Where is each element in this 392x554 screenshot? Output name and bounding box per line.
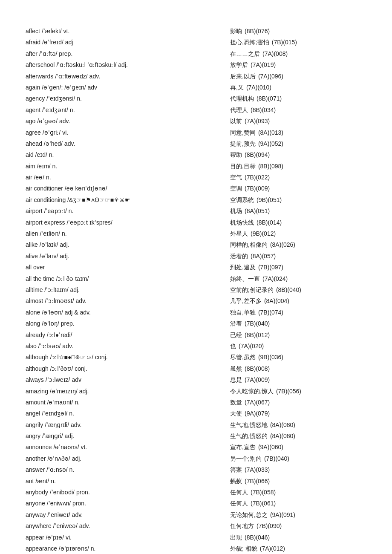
meaning-en: 天使 (230, 409, 242, 418)
word: alien (26, 230, 38, 237)
entry-left: alien /ˈeɪliən/ n. (26, 229, 230, 238)
meaning-en: 令人吃惊的,惊人 (230, 387, 274, 396)
pos: adv. (62, 343, 73, 349)
entry-right: 空前的;创记录的(8B)(040) (230, 285, 366, 294)
entry-left: again /əˈɡen/; /əˈɡeɪn/ adv (26, 83, 230, 92)
pos: adv (88, 84, 98, 91)
entry-right: 到处,遍及(7B)(097) (230, 263, 366, 272)
entry-left: agency /ˈeɪdʒənsi/ n. (26, 94, 230, 103)
phonetic: /əˈlaɪk/ (40, 241, 58, 248)
code: (7A)(012) (260, 544, 285, 553)
entry-right: 代理人(8B)(034) (230, 105, 366, 115)
entry-left: all over (26, 263, 230, 272)
word: anyone (26, 500, 45, 507)
code: (7B)(061) (251, 499, 276, 508)
entry-right: 空调系统(9B)(051) (230, 195, 366, 205)
meaning-en: 几乎,差不多 (230, 296, 262, 306)
dictionary-entry: ant /ænt/ n. 蚂蚁(7B)(066) (26, 476, 366, 487)
meaning-zh: 代理人 (230, 105, 248, 115)
dictionary-entry: angrily /ˈæŋɡrɪli/ adv. 生气地,愤怒地(8A)(080) (26, 419, 366, 430)
word: all the time (26, 275, 55, 282)
dictionary-entry: although /ɔːlˈðəʊ/ conj. 虽然(8B)(008) (26, 363, 366, 374)
word: although (26, 365, 49, 372)
dictionary-entry: anywhere /ˈeniweə/ adv. 任何地方(7B)(090) (26, 520, 366, 531)
pos: n. (77, 95, 82, 102)
word: air (26, 174, 32, 181)
code: (9B)(051) (257, 195, 282, 205)
entry-right: 生气地,愤怒地(8A)(080) (230, 420, 366, 430)
pos: n. (62, 230, 67, 237)
word: already (26, 332, 45, 338)
dictionary-entry: agree /əˈɡriː/ vi. 同意,赞同(8A)(013) (26, 127, 366, 138)
word: afterschool (26, 61, 55, 68)
pos: adj. (79, 388, 89, 395)
entry-left: appear /əˈpɪə/ vi. (26, 533, 230, 542)
word: almost (26, 297, 43, 304)
word: anyway (26, 511, 46, 518)
code: (7B)(074) (258, 308, 283, 317)
meaning-en: 沿着 (230, 319, 242, 328)
entry-left: aim /eɪm/ n. (26, 162, 230, 171)
phonetic: /ˈeniwʌn/ (47, 500, 71, 507)
dictionary-entry: anyway /ˈeniweɪ/ adv. 无论如何,总之(9A)(091) (26, 509, 366, 520)
code: (8B)(040) (276, 285, 301, 294)
pos: adj. (65, 433, 75, 439)
pos: adv. (79, 522, 90, 529)
phonetic: /ˈɔːlməʊst/ (45, 297, 74, 304)
phonetic: /ˈeɪdʒənsi/ (46, 95, 75, 102)
code: (8A)(051) (245, 206, 270, 216)
entry-left: alike /əˈlaɪk/ adj. (26, 240, 230, 249)
dictionary-entry: appear /əˈpɪə/ vi. 出现(8B)(046) (26, 532, 366, 543)
word: anywhere (26, 522, 52, 529)
meaning-en: 蚂蚁 (230, 476, 242, 486)
meaning-en: 放学后 (230, 60, 248, 69)
meaning-en: 出现 (230, 533, 242, 542)
code: (7B)(009) (245, 184, 270, 193)
entry-left: aid /eɪd/ n. (26, 150, 230, 159)
phonetic: /ˈɔːltaɪm/ (44, 286, 68, 293)
meaning-zh: 担心,恐怖;害怕 (230, 38, 269, 47)
code: (7B)(040) (264, 454, 289, 463)
dictionary-entry: afterwards /ˈɑːftəwədz/ adv. 后来,以后(7A)(0… (26, 71, 366, 82)
phonetic: /ˈeɪliən/ (40, 230, 60, 237)
dictionary-entry: agent /ˈeɪdʒənt/ n. 代理人(8B)(034) (26, 104, 366, 115)
entry-left: all the time /ɔːl ðə taɪm/ (26, 274, 230, 283)
phonetic: /ænt/ (35, 478, 49, 485)
entry-right: 也(7A)(020) (230, 341, 366, 351)
entry-left: answer /ˈɑːnsə/ n. (26, 465, 230, 474)
word: ant (26, 478, 34, 485)
entry-right: 影响(8B)(076) (230, 26, 366, 36)
meaning-zh: 外星人 (230, 229, 248, 238)
meaning-en: 机场快线 (230, 218, 254, 227)
phonetic: /əˈləʊn/ (42, 309, 63, 316)
pos: n. (52, 163, 58, 170)
entry-left: alltime /ˈɔːltaɪm/ adj. (26, 285, 230, 294)
phonetic: /əˈpɪərəns/ (59, 545, 89, 552)
entry-left: ant /ænt/ n. (26, 476, 230, 486)
dictionary-entry: anybody /ˈenibɒdi/ pron. 任何人(7B)(058) (26, 487, 366, 498)
meaning-en: 空调系统 (230, 195, 254, 205)
dictionary-entry: all over 到处,遍及(7B)(097) (26, 262, 366, 273)
dictionary-entry: airport /ˈeəpɔːt/ n. 机场(8A)(051) (26, 205, 366, 216)
dictionary-entry: announce /əˈnaʊns/ vt. 宣布,宣告(9A)(060) (26, 441, 366, 453)
word: agent (26, 107, 40, 113)
dictionary-entry: amount /əˈmaʊnt/ n. 数量(7A)(067) (26, 397, 366, 408)
entry-right: 后来,以后(7A)(096) (230, 72, 366, 81)
phonetic: /əˈɡriː/ (43, 129, 61, 136)
code: (7A)(033) (245, 465, 270, 474)
entry-right: 独自,单独(7B)(074) (230, 308, 366, 317)
phonetic: /ˈɑːftəwədz/ (55, 73, 87, 80)
entry-right: 任何地方(7B)(090) (230, 521, 366, 531)
dictionary-entry: airport express /ˈeəpɔːt ɪkˈspres/ 机场快线(… (26, 217, 366, 228)
phonetic: /ˈeəpɔːt/ (44, 208, 67, 214)
entry-right: 同样的,相像的(8A)(026) (230, 240, 366, 249)
entry-right: 代理机构(8B)(071) (230, 94, 366, 103)
code: (8B)(008) (245, 364, 270, 373)
meaning-en: 以前 (230, 116, 242, 126)
entry-right: 令人吃惊的,惊人(7B)(056) (230, 387, 366, 396)
entry-left: although /ɔːlˈðəʊ/ conj. (26, 364, 230, 373)
entry-right: 几乎,差不多(8A)(004) (230, 296, 366, 306)
word: alone (26, 309, 40, 316)
entry-right: 天使(9A)(079) (230, 409, 366, 418)
code: (7A)(008) (262, 49, 288, 58)
